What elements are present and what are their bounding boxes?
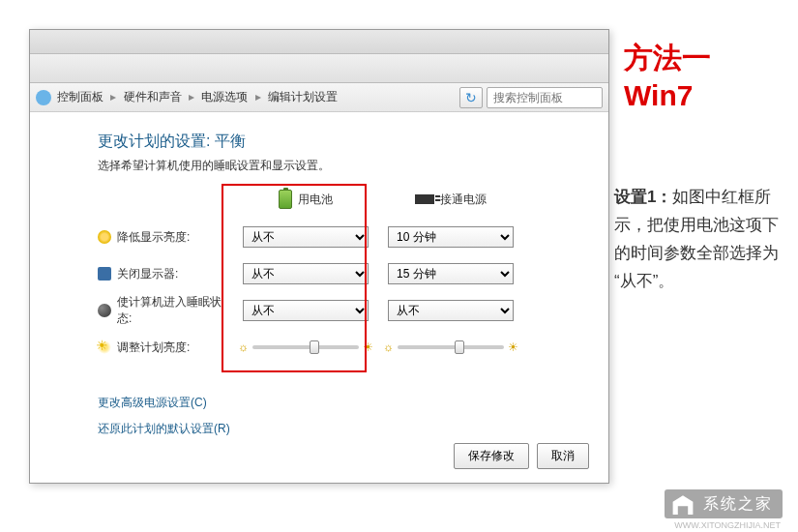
watermark-name: 系统之家 xyxy=(703,494,773,515)
links: 更改高级电源设置(C) 还原此计划的默认设置(R) xyxy=(98,395,570,437)
annotation-title-l1: 方法一 xyxy=(624,39,769,76)
col-battery: 用电池 xyxy=(233,190,378,209)
dim-icon xyxy=(98,230,111,244)
col-battery-label: 用电池 xyxy=(298,192,333,208)
sleep-plugged-select[interactable]: 从不 xyxy=(388,300,514,321)
address-bar: 控制面板 ▸ 硬件和声音 ▸ 电源选项 ▸ 编辑计划设置 ↻ xyxy=(30,83,608,112)
sleep-icon xyxy=(98,304,111,317)
annotation-title: 方法一 Win7 xyxy=(624,39,769,114)
annotation-step-label: 设置1： xyxy=(614,188,672,206)
watermark-url: WWW.XITONGZHIJIA.NET xyxy=(674,520,781,530)
plan-name: 平衡 xyxy=(215,133,246,149)
chevron-right-icon: ▸ xyxy=(110,90,116,103)
dim-battery-select[interactable]: 从不 xyxy=(243,226,369,248)
row-dim: 降低显示亮度: 从不 10 分钟 xyxy=(98,219,570,255)
row-label: 降低显示亮度: xyxy=(117,229,190,246)
row-label: 调整计划亮度: xyxy=(117,340,190,356)
sun-high-icon: ☀ xyxy=(363,340,373,354)
titlebar xyxy=(30,30,608,54)
nav-back-icon[interactable] xyxy=(36,90,51,105)
plug-icon xyxy=(415,194,434,204)
page-title: 更改计划的设置: 平衡 xyxy=(98,132,570,152)
display-off-icon xyxy=(98,267,111,281)
breadcrumb[interactable]: 控制面板 ▸ 硬件和声音 ▸ 电源选项 ▸ 编辑计划设置 xyxy=(57,89,338,105)
brightness-battery-slider[interactable]: ☼ ☀ xyxy=(238,340,373,354)
sun-high-icon: ☀ xyxy=(508,340,518,354)
bc-item[interactable]: 编辑计划设置 xyxy=(268,90,338,103)
battery-icon xyxy=(279,190,292,209)
advanced-settings-link[interactable]: 更改高级电源设置(C) xyxy=(98,395,570,411)
cancel-button[interactable]: 取消 xyxy=(537,443,589,469)
off-plugged-select[interactable]: 15 分钟 xyxy=(388,263,514,284)
row-sleep: 使计算机进入睡眠状态: 从不 从不 xyxy=(98,292,570,329)
row-brightness: 调整计划亮度: ☼ ☀ ☼ ☀ xyxy=(98,329,570,366)
row-off: 关闭显示器: 从不 15 分钟 xyxy=(98,255,570,292)
content-pane: 更改计划的设置: 平衡 选择希望计算机使用的睡眠设置和显示设置。 用电池 接通电… xyxy=(30,112,608,457)
column-headers: 用电池 接通电源 xyxy=(98,190,570,209)
brightness-icon xyxy=(98,340,111,354)
bc-item[interactable]: 电源选项 xyxy=(201,90,248,103)
chevron-right-icon: ▸ xyxy=(189,90,194,103)
footer-buttons: 保存修改 取消 xyxy=(454,443,589,469)
heading-prefix: 更改计划的设置: xyxy=(98,133,210,149)
annotation-title-l2: Win7 xyxy=(624,76,769,114)
dim-plugged-select[interactable]: 10 分钟 xyxy=(388,226,514,248)
brightness-plugged-slider[interactable]: ☼ ☀ xyxy=(383,340,518,354)
row-label: 使计算机进入睡眠状态: xyxy=(117,294,233,327)
sun-low-icon: ☼ xyxy=(383,340,394,354)
watermark-logo: 系统之家 xyxy=(665,489,783,518)
page-subtitle: 选择希望计算机使用的睡眠设置和显示设置。 xyxy=(98,158,570,174)
annotation-body: 设置1：如图中红框所示，把使用电池这项下的时间参数全部选择为“从不”。 xyxy=(614,184,779,296)
search-input[interactable] xyxy=(487,87,603,108)
sleep-battery-select[interactable]: 从不 xyxy=(243,300,369,321)
house-icon xyxy=(670,493,695,515)
chevron-right-icon: ▸ xyxy=(255,90,261,103)
row-label: 关闭显示器: xyxy=(117,266,178,282)
off-battery-select[interactable]: 从不 xyxy=(243,263,369,284)
col-plugged: 接通电源 xyxy=(378,190,523,209)
toolbar xyxy=(30,54,608,83)
save-button[interactable]: 保存修改 xyxy=(454,443,529,469)
sun-low-icon: ☼ xyxy=(238,340,249,354)
window: 控制面板 ▸ 硬件和声音 ▸ 电源选项 ▸ 编辑计划设置 ↻ 更改计划的设置: … xyxy=(29,29,609,484)
settings-grid: 用电池 接通电源 降低显示亮度: 从不 10 分钟 关闭显示器: 从不 15 分… xyxy=(98,190,570,366)
bc-item[interactable]: 控制面板 xyxy=(57,90,103,103)
restore-defaults-link[interactable]: 还原此计划的默认设置(R) xyxy=(98,421,570,437)
bc-item[interactable]: 硬件和声音 xyxy=(124,90,182,103)
col-plugged-label: 接通电源 xyxy=(440,192,487,208)
refresh-button[interactable]: ↻ xyxy=(459,87,483,108)
